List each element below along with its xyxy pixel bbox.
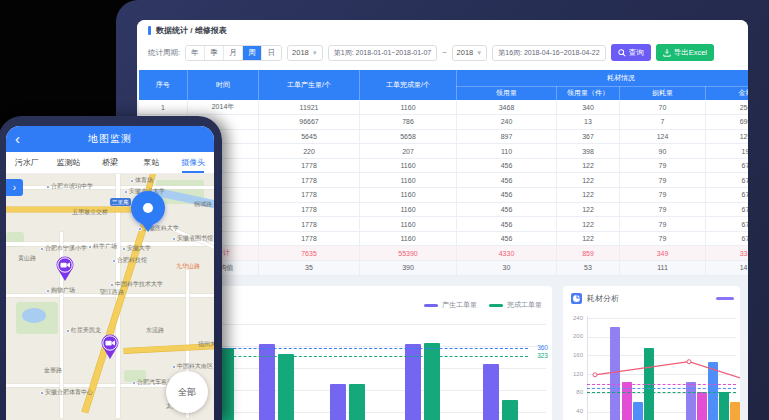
page: 数据统计 / 维修报表 统计周期: 年季月周日 2018 ▼ 第1周: 2018… bbox=[0, 0, 769, 420]
map-label: 合肥市宁溪小学 bbox=[40, 244, 87, 253]
table-cell: 1778 bbox=[259, 158, 360, 173]
table-cell: 690 bbox=[706, 115, 749, 130]
产生工单量-bar bbox=[483, 364, 499, 420]
table-cell: 1778 bbox=[259, 188, 360, 203]
consumable-bar bbox=[697, 392, 707, 420]
table-cell: 456 bbox=[457, 173, 557, 188]
产生工单量-bar bbox=[330, 384, 346, 420]
week-to-input[interactable]: 第16周: 2018-04-16~2018-04-22 bbox=[492, 45, 605, 61]
table-cell: 19 bbox=[706, 144, 749, 159]
column-header: 工单完成量/个 bbox=[360, 70, 457, 100]
table-row: 56455658897367124129 bbox=[139, 129, 749, 144]
table-cell: 334 bbox=[706, 246, 749, 261]
y-axis-line bbox=[587, 316, 588, 420]
table-total-row: 合计7635553904330859349334 bbox=[139, 246, 749, 261]
map-label: 体育场 bbox=[130, 176, 153, 185]
table-cell: 124 bbox=[620, 129, 706, 144]
map-label: 安徽省图书馆 bbox=[172, 234, 213, 243]
camera-pin[interactable] bbox=[54, 255, 76, 282]
table-cell: 3468 bbox=[457, 100, 557, 115]
week-from-input[interactable]: 第1周: 2018-01-01~2018-01-07 bbox=[328, 45, 437, 61]
chevron-down-icon: ▼ bbox=[476, 50, 482, 56]
phone-tab-污水厂[interactable]: 污水厂 bbox=[6, 152, 48, 173]
year-from-select[interactable]: 2018 ▼ bbox=[287, 45, 323, 61]
period-option-年[interactable]: 年 bbox=[186, 46, 205, 60]
week-from-value: 第1周: 2018-01-01~2018-01-07 bbox=[334, 48, 431, 58]
poi-dot-icon bbox=[40, 247, 44, 251]
table-cell: 4330 bbox=[457, 246, 557, 261]
phone-tab-泵站[interactable]: 泵站 bbox=[131, 152, 173, 173]
column-subheader: 损耗量 bbox=[620, 86, 706, 100]
poi-dot-icon bbox=[110, 283, 114, 287]
week-to-value: 第16周: 2018-04-16~2018-04-22 bbox=[498, 48, 599, 58]
search-button-label: 查询 bbox=[629, 48, 644, 58]
show-all-button[interactable]: 全部 bbox=[166, 371, 208, 413]
table-row: 12014年119211160346834070250 bbox=[139, 100, 749, 115]
phone-tab-摄像头[interactable]: 摄像头 bbox=[172, 152, 214, 173]
table-cell: 1778 bbox=[259, 202, 360, 217]
poi-dot-icon bbox=[130, 179, 134, 183]
search-icon bbox=[618, 49, 626, 57]
period-segmented-control[interactable]: 年季月周日 bbox=[185, 45, 282, 61]
export-excel-button[interactable]: 导出Excel bbox=[656, 44, 714, 61]
poi-dot-icon bbox=[88, 245, 92, 249]
poi-dot-icon bbox=[46, 289, 50, 293]
table-cell: 367 bbox=[557, 129, 620, 144]
table-cell: 90 bbox=[620, 144, 706, 159]
camera-pin[interactable] bbox=[99, 333, 121, 360]
selected-camera-pin[interactable] bbox=[131, 191, 165, 225]
year-from-value: 2018 bbox=[292, 48, 309, 57]
map-view[interactable]: 合肥市琥珀中学体育场安徽农业大学桐城路五里墩立交桥三里庵安徽医科大学安徽省图书馆… bbox=[6, 174, 214, 420]
table-cell: 340 bbox=[557, 100, 620, 115]
consumable-bar bbox=[708, 362, 718, 420]
filter-bar: 统计周期: 年季月周日 2018 ▼ 第1周: 2018-01-01~2018-… bbox=[148, 44, 714, 61]
table-cell: 786 bbox=[360, 115, 457, 130]
map-label: 望江西路 bbox=[100, 288, 124, 297]
column-header: 工单产生量/个 bbox=[259, 70, 360, 100]
search-button[interactable]: 查询 bbox=[611, 44, 651, 61]
phone-title: 地图监测 bbox=[88, 132, 132, 146]
完成工单量-bar bbox=[424, 343, 440, 420]
phone-tab-监测站[interactable]: 监测站 bbox=[48, 152, 90, 173]
poi-dot-icon bbox=[112, 259, 116, 263]
table-cell: 1778 bbox=[259, 173, 360, 188]
table-cell: 207 bbox=[360, 144, 457, 159]
table-header-row: 序号时间工单产生量/个工单完成量/个耗材情况 bbox=[139, 70, 749, 86]
map-expander-button[interactable]: › bbox=[6, 179, 23, 196]
table-cell: 11921 bbox=[259, 100, 360, 115]
year-to-select[interactable]: 2018 ▼ bbox=[452, 45, 488, 61]
map-label: 科学广场 bbox=[88, 242, 117, 251]
map-road bbox=[6, 186, 214, 189]
back-icon[interactable]: ‹ bbox=[15, 127, 20, 151]
table-cell: 456 bbox=[457, 217, 557, 232]
table-cell: 53 bbox=[557, 261, 620, 276]
table-row: 177811604561227967 bbox=[139, 202, 749, 217]
table-cell: 110 bbox=[457, 144, 557, 159]
period-option-月[interactable]: 月 bbox=[224, 46, 243, 60]
table-cell: 1160 bbox=[360, 202, 457, 217]
period-option-日[interactable]: 日 bbox=[262, 46, 281, 60]
table-cell: 1160 bbox=[360, 173, 457, 188]
period-option-周[interactable]: 周 bbox=[243, 46, 262, 60]
table-cell: 122 bbox=[557, 231, 620, 246]
table-cell: 30 bbox=[457, 261, 557, 276]
dashboard-panel: 数据统计 / 维修报表 统计周期: 年季月周日 2018 ▼ 第1周: 2018… bbox=[137, 20, 748, 420]
column-header: 序号 bbox=[139, 70, 188, 100]
table-cell: 250 bbox=[706, 100, 749, 115]
table-cell: 7635 bbox=[259, 246, 360, 261]
map-label: 安徽合肥体育中心 bbox=[40, 388, 93, 397]
table-cell: 79 bbox=[620, 231, 706, 246]
table-cell: 67 bbox=[706, 231, 749, 246]
map-label: 安徽大学 bbox=[122, 244, 151, 253]
table-cell: 122 bbox=[557, 188, 620, 203]
table-row: 2202071103989019 bbox=[139, 144, 749, 159]
table-cell: 7 bbox=[620, 115, 706, 130]
phone-tab-桥梁[interactable]: 桥梁 bbox=[89, 152, 131, 173]
consumable-chart-plot: 2402001601208040 bbox=[563, 286, 740, 420]
table-cell: 456 bbox=[457, 202, 557, 217]
table-cell: 1778 bbox=[259, 231, 360, 246]
phone-screen: ‹ 地图监测 污水厂监测站桥梁泵站摄像头 bbox=[6, 126, 214, 420]
reference-line bbox=[587, 392, 736, 393]
period-option-季[interactable]: 季 bbox=[205, 46, 224, 60]
map-label: 德州大道 bbox=[198, 340, 214, 349]
